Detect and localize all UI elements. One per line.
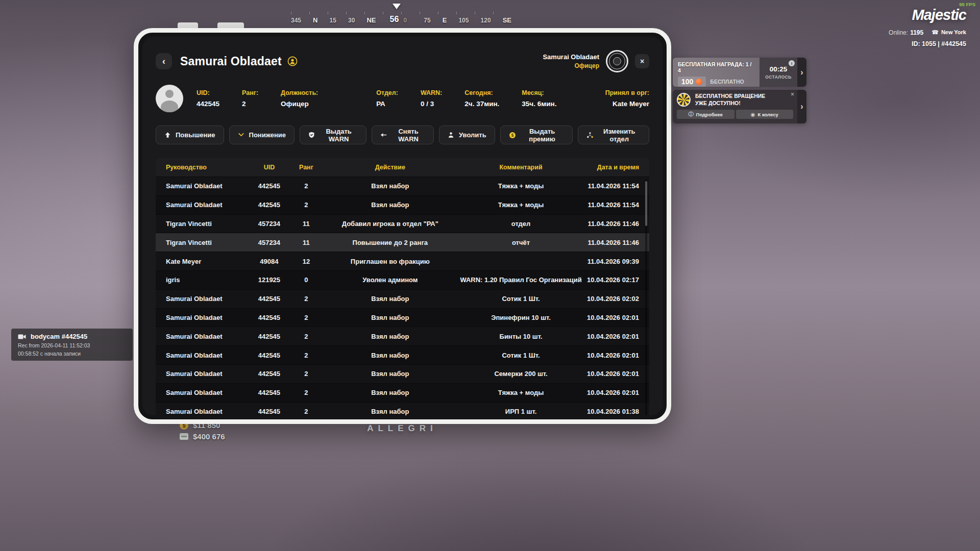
svg-text:$: $: [511, 132, 513, 137]
table-cell: Сотик 1 Шт.: [457, 295, 585, 303]
viewer-name: Samurai Obladaet: [543, 53, 599, 61]
member-panel: ‹ Samurai Obladaet Samurai Obladaet Офиц…: [142, 37, 663, 415]
table-cell: Взял набор: [324, 182, 457, 190]
compass-tick: 30: [348, 17, 355, 24]
details-button[interactable]: ⓘ Подробнее: [677, 110, 734, 119]
remove-warn-icon: [380, 132, 387, 138]
reward-expand-chevron[interactable]: ›: [797, 58, 806, 87]
column-header: Действие: [324, 164, 457, 171]
bodycam-overlay: bodycam #442545 Rec from 2026-04-11 11:5…: [11, 329, 133, 361]
promote-icon: [164, 132, 171, 138]
compass-tick: 120: [481, 17, 491, 24]
viewer-identity: Samurai Obladaet Офицер: [543, 53, 599, 69]
bank-row: $400 676: [180, 432, 225, 441]
info-pair: Ранг:2: [242, 89, 258, 108]
table-cell: 10.04.2026 02:02: [585, 295, 649, 303]
wheel-message: БЕСПЛАТНОЕ ВРАЩЕНИЕ УЖЕ ДОСТУПНО!: [695, 93, 765, 107]
table-cell: ИРП 1 шт.: [457, 408, 585, 415]
promote-button[interactable]: Повышение: [156, 126, 224, 144]
table-cell: Приглашен во фракцию: [324, 258, 457, 265]
storefront-sign: ALLEGRI: [351, 423, 453, 434]
column-header: Комментарий: [457, 164, 585, 171]
demote-button[interactable]: Понижение: [229, 126, 295, 144]
wheel-top-row: БЕСПЛАТНОЕ ВРАЩЕНИЕ УЖЕ ДОСТУПНО!: [677, 93, 793, 107]
hud-status: Online:1195 ☎ New York ID: 1055 | #44254…: [889, 28, 966, 47]
table-cell: 2: [289, 333, 324, 340]
table-row: Samurai Obladaet4425452Взял наборСотик 1…: [156, 345, 649, 364]
table-cell: 11: [289, 220, 324, 228]
table-cell: 442545: [250, 389, 289, 396]
to-wheel-label: К колесу: [757, 112, 778, 117]
table-cell: отдел: [457, 220, 585, 228]
info-label: Месяц:: [522, 89, 556, 96]
table-cell: Samurai Obladaet: [156, 314, 250, 321]
table-cell: Samurai Obladaet: [156, 295, 250, 303]
reward-amount-chip: 100: [678, 77, 706, 87]
table-cell: Семерки 200 шт.: [457, 370, 585, 378]
table-row: Samurai Obladaet4425452Взял наборТяжка +…: [156, 195, 649, 214]
table-cell: Тяжка + моды: [457, 182, 585, 190]
info-pair: WARN:0 / 3: [421, 89, 442, 108]
avatar: [156, 85, 183, 112]
info-pair: Сегодня:2ч. 37мин.: [464, 89, 499, 108]
wheel-expand-chevron[interactable]: ›: [797, 90, 806, 123]
table-cell: 10.04.2026 02:01: [585, 352, 649, 359]
action-label: Снять WARN: [391, 128, 425, 143]
scrollbar-thumb[interactable]: [645, 181, 647, 226]
bonus-button[interactable]: $Выдать премию: [500, 126, 573, 144]
table-scrollbar[interactable]: [645, 179, 647, 415]
reward-amount: 100: [681, 78, 693, 86]
change-dept-icon: [586, 132, 594, 139]
wheel-content: × БЕСПЛАТНОЕ ВРАЩЕНИЕ УЖЕ ДОСТУПНО! ⓘ По…: [673, 90, 797, 123]
table-row: Samurai Obladaet4425452Взял наборСемерки…: [156, 364, 649, 383]
reward-free-label: БЕСПЛАТНО: [710, 79, 744, 85]
close-icon[interactable]: ×: [791, 91, 794, 98]
details-info-icon: ⓘ: [689, 111, 694, 118]
table-cell: 2: [289, 295, 324, 303]
actions-row: ПовышениеПонижениеВыдать WARNСнять WARNУ…: [156, 126, 649, 144]
target-icon: ◉: [751, 112, 755, 117]
info-value: 0 / 3: [421, 100, 442, 108]
table-row: Kate Meyer4908412Приглашен во фракцию11.…: [156, 252, 649, 270]
server-logo: Majestic: [912, 7, 966, 23]
info-value: 2: [242, 100, 258, 108]
table-cell: 442545: [250, 408, 289, 415]
table-cell: Взял набор: [324, 389, 457, 396]
info-icon[interactable]: i: [789, 60, 795, 66]
table-cell: 10.04.2026 02:01: [585, 389, 649, 396]
compass-tick: 15: [330, 17, 336, 24]
demote-icon: [238, 132, 244, 138]
table-cell: 10.04.2026 02:01: [585, 370, 649, 378]
to-wheel-button[interactable]: ◉ К колесу: [736, 110, 794, 119]
free-spin-panel: × БЕСПЛАТНОЕ ВРАЩЕНИЕ УЖЕ ДОСТУПНО! ⓘ По…: [673, 90, 806, 123]
column-header: Руководство: [156, 164, 250, 171]
info-label: Должность:: [281, 89, 318, 96]
give-warn-button[interactable]: Выдать WARN: [300, 126, 366, 144]
bodycam-rec-line: Rec from 2026-04-11 11:52:03: [18, 342, 126, 348]
table-cell: 11.04.2026 11:54: [585, 201, 649, 209]
table-cell: Samurai Obladaet: [156, 352, 250, 359]
close-button[interactable]: ×: [635, 54, 649, 68]
table-cell: 2: [289, 352, 324, 359]
table-row: Samurai Obladaet4425452Взял наборСотик 1…: [156, 289, 649, 308]
city-label: New York: [941, 29, 966, 35]
back-button[interactable]: ‹: [156, 53, 172, 69]
fire-icon: [448, 132, 454, 138]
action-label: Выдать премию: [521, 128, 564, 143]
city-indicator: ☎ New York: [932, 29, 966, 36]
table-cell: Бинты 10 шт.: [457, 333, 585, 340]
action-label: Повышение: [176, 131, 215, 139]
table-row: Samurai Obladaet4425452Взял наборТяжка +…: [156, 383, 649, 402]
table-cell: 10.04.2026 02:01: [585, 314, 649, 321]
remove-warn-button[interactable]: Снять WARN: [372, 126, 434, 144]
table-cell: 442545: [250, 370, 289, 378]
table-cell: Эпинефрин 10 шт.: [457, 314, 585, 321]
table-cell: Повышение до 2 ранга: [324, 239, 457, 246]
free-reward-panel: БЕСПЛАТНАЯ НАГРАДА: 1 / 4 100 БЕСПЛАТНО …: [673, 58, 806, 87]
info-value: 442545: [197, 100, 219, 108]
table-cell: 11.04.2026 09:39: [585, 258, 649, 265]
reward-amount-row: 100 БЕСПЛАТНО: [678, 77, 754, 87]
fire-button[interactable]: Уволить: [439, 126, 495, 144]
video-camera-icon: [18, 333, 26, 340]
change-dept-button[interactable]: Изменить отдел: [578, 126, 649, 144]
